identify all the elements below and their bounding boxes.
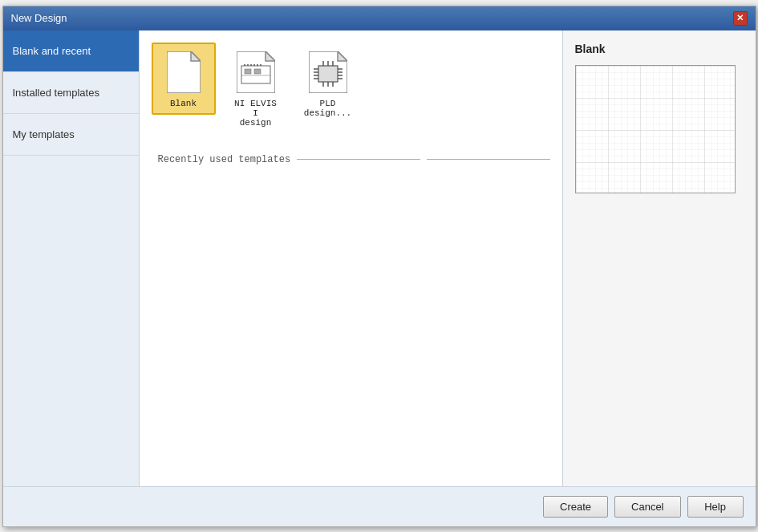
help-button[interactable]: Help xyxy=(687,496,744,518)
ni-elvis-template-icon xyxy=(235,49,277,95)
pld-doc-svg xyxy=(309,51,347,93)
preview-box xyxy=(575,65,736,193)
pld-template-icon xyxy=(307,49,349,95)
title-bar: New Design ✕ xyxy=(3,6,756,30)
sidebar-item-label-installed: Installed templates xyxy=(13,87,99,99)
dialog-title: New Design xyxy=(11,12,67,24)
close-button[interactable]: ✕ xyxy=(733,11,748,26)
blank-template-label: Blank xyxy=(170,99,197,108)
dialog-footer: Create Cancel Help xyxy=(3,486,756,526)
svg-rect-16 xyxy=(318,66,338,82)
cancel-button[interactable]: Cancel xyxy=(614,496,680,518)
sidebar-item-my-templates[interactable]: My templates xyxy=(3,114,139,156)
template-pld[interactable]: PLDdesign... xyxy=(296,43,360,124)
sidebar-item-blank-recent[interactable]: Blank and recent xyxy=(3,30,139,72)
svg-rect-32 xyxy=(576,66,736,193)
svg-rect-6 xyxy=(254,69,261,74)
blank-doc-svg xyxy=(167,51,201,93)
preview-title: Blank xyxy=(575,43,744,55)
preview-grid-svg xyxy=(576,66,736,193)
dialog-body: Blank and recent Installed templates My … xyxy=(3,30,756,486)
sidebar-item-label-my: My templates xyxy=(13,128,75,140)
recently-used-label: Recently used templates xyxy=(158,154,291,165)
templates-row: Blank xyxy=(152,43,550,134)
svg-rect-5 xyxy=(245,69,251,74)
svg-marker-1 xyxy=(191,51,201,61)
main-content: Blank xyxy=(140,30,563,486)
sidebar: Blank and recent Installed templates My … xyxy=(3,30,140,486)
close-icon: ✕ xyxy=(736,13,744,23)
template-blank[interactable]: Blank xyxy=(152,43,216,115)
pld-template-label: PLDdesign... xyxy=(304,99,351,118)
create-button[interactable]: Create xyxy=(543,496,608,518)
svg-marker-3 xyxy=(266,51,275,61)
blank-template-icon xyxy=(163,49,205,95)
divider-line-right xyxy=(297,159,420,160)
sidebar-item-installed-templates[interactable]: Installed templates xyxy=(3,72,139,114)
sidebar-item-label-blank-recent: Blank and recent xyxy=(13,45,91,57)
svg-marker-15 xyxy=(338,51,347,61)
new-design-dialog: New Design ✕ Blank and recent Installed … xyxy=(2,6,756,527)
ni-elvis-doc-svg xyxy=(237,51,275,93)
ni-elvis-template-label: NI ELVIS Idesign xyxy=(230,99,282,128)
preview-area: Blank xyxy=(563,30,756,486)
recently-used-divider: Recently used templates xyxy=(152,154,550,165)
template-ni-elvis[interactable]: NI ELVIS Idesign xyxy=(224,43,288,134)
